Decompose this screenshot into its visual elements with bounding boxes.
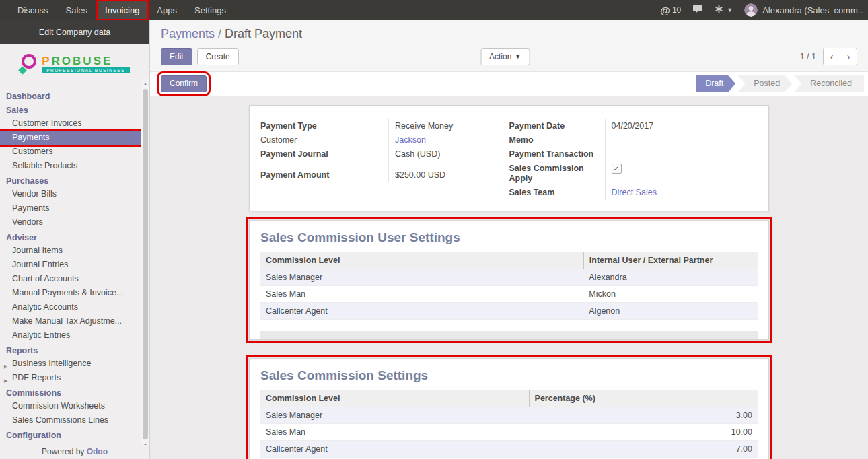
main-panel: Payments/Draft Payment Edit Create Actio…: [150, 20, 868, 459]
breadcrumb: Payments/Draft Payment: [161, 27, 857, 41]
sidebar-item-journal-items[interactable]: Journal Items: [0, 244, 141, 258]
column-header-percentage[interactable]: Percentage (%): [529, 390, 758, 407]
sidebar-item-manual-payments-invoice[interactable]: Manual Payments & Invoice...: [0, 286, 141, 300]
payment-transaction-value: [605, 147, 758, 162]
commission-settings-table: Commission Level Percentage (%) Sales Ma…: [260, 390, 758, 458]
table-row[interactable]: Sales Man 10.00: [260, 424, 758, 441]
sidebar-item-analytic-accounts[interactable]: Analytic Accounts: [0, 300, 141, 314]
sidebar-section-sales[interactable]: Sales: [0, 102, 141, 116]
sidebar: Edit Company data PROBUSE PROFESSIONAL B…: [0, 20, 150, 459]
sidebar-section-purchases[interactable]: Purchases: [0, 173, 141, 187]
sidebar-item-payments[interactable]: Payments: [0, 131, 141, 145]
pager-next-button[interactable]: ›: [840, 48, 857, 65]
commission-level-cell: Sales Manager: [260, 269, 583, 286]
sales-team-label: Sales Team: [509, 186, 605, 200]
payment-amount-value: $250.00 USD: [388, 162, 499, 182]
sidebar-item-make-manual-tax-adjustment[interactable]: Make Manual Tax Adjustme...: [0, 314, 141, 328]
page-title: Draft Payment: [225, 27, 302, 40]
create-button[interactable]: Create: [197, 48, 239, 65]
column-header-commission-level[interactable]: Commission Level: [260, 252, 583, 269]
sidebar-scrollbar[interactable]: ▲ ▼: [141, 79, 149, 449]
pager-value: 1 / 1: [800, 52, 816, 61]
commission-level-cell: Sales Man: [260, 286, 583, 303]
sidebar-item-customer-invoices[interactable]: Customer Invoices: [0, 116, 141, 131]
memo-value: [605, 133, 758, 147]
menu-sales[interactable]: Sales: [57, 0, 97, 20]
table-row[interactable]: Callcenter Agent 7.00: [260, 441, 758, 458]
sidebar-section-commissions[interactable]: Commissions: [0, 385, 141, 399]
sidebar-item-commission-worksheets[interactable]: Commission Worksheets: [0, 399, 141, 413]
payment-date-label: Payment Date: [509, 119, 605, 133]
menu-discuss[interactable]: Discuss: [9, 0, 57, 20]
commission-level-cell: Callcenter Agent: [260, 441, 529, 458]
payment-amount-label: Payment Amount: [260, 162, 388, 182]
table-row[interactable]: Sales Manager 3.00: [260, 407, 758, 424]
sidebar-item-sales-commissions-lines[interactable]: Sales Commissions Lines: [0, 413, 141, 427]
table-row[interactable]: Sales Man Mickon: [260, 286, 758, 303]
menu-settings[interactable]: Settings: [186, 0, 235, 20]
table-row[interactable]: Callcenter Agent Algenon: [260, 303, 758, 320]
odoo-link[interactable]: Odoo: [87, 447, 108, 456]
messages-button[interactable]: [692, 5, 703, 16]
sidebar-item-payments-purchases[interactable]: Payments: [0, 201, 141, 215]
sidebar-item-label: Business Intelligence: [12, 359, 91, 368]
sales-team-link[interactable]: Direct Sales: [612, 188, 657, 197]
payment-journal-value: Cash (USD): [388, 147, 499, 162]
sales-commission-apply-checkbox[interactable]: ✓: [612, 164, 622, 174]
sidebar-item-analytic-entries[interactable]: Analytic Entries: [0, 328, 141, 343]
sidebar-item-vendors[interactable]: Vendors: [0, 215, 141, 229]
logo-title: PROBUSE: [42, 55, 112, 67]
sidebar-section-configuration[interactable]: Configuration: [0, 427, 141, 442]
systray-star-button[interactable]: ▼: [715, 5, 733, 15]
sidebar-item-vendor-bills[interactable]: Vendor Bills: [0, 187, 141, 201]
column-header-commission-level[interactable]: Commission Level: [260, 390, 529, 407]
pager-previous-button[interactable]: ‹: [823, 48, 840, 65]
scroll-up-icon[interactable]: ▲: [143, 79, 148, 88]
sidebar-item-journal-entries[interactable]: Journal Entries: [0, 258, 141, 272]
customer-label: Customer: [260, 133, 388, 147]
scrollbar-thumb[interactable]: [143, 89, 148, 439]
status-step-posted[interactable]: Posted: [737, 75, 792, 92]
sidebar-item-business-intelligence[interactable]: ▶Business Intelligence: [0, 357, 141, 371]
sidebar-item-customers[interactable]: Customers: [0, 145, 141, 159]
form-view: Payment Type Receive Money Customer Jack…: [150, 96, 868, 459]
commission-user-settings-table: Commission Level Internal User / Externa…: [260, 252, 758, 339]
notification-count: 10: [672, 5, 681, 15]
payment-journal-label: Payment Journal: [260, 147, 388, 162]
edit-company-data-button[interactable]: Edit Company data: [0, 20, 149, 44]
menu-invoicing[interactable]: Invoicing: [96, 0, 148, 20]
confirm-button[interactable]: Confirm: [161, 75, 207, 92]
sidebar-item-chart-of-accounts[interactable]: Chart of Accounts: [0, 272, 141, 286]
edit-button[interactable]: Edit: [161, 48, 192, 65]
menu-apps[interactable]: Apps: [148, 0, 186, 20]
sidebar-item-pdf-reports[interactable]: ▶PDF Reports: [0, 371, 141, 385]
sidebar-section-reports[interactable]: Reports: [0, 343, 141, 357]
status-step-reconciled[interactable]: Reconciled: [794, 75, 864, 92]
customer-link[interactable]: Jackson: [395, 135, 426, 145]
annotation-box-commission-settings: Sales Commission Settings Commission Lev…: [246, 355, 772, 459]
notifications-button[interactable]: @ 10: [660, 5, 681, 16]
sidebar-item-sellable-products[interactable]: Sellable Products: [0, 159, 141, 173]
powered-by: Powered by Odoo: [0, 445, 149, 459]
sidebar-section-dashboard[interactable]: Dashboard: [0, 88, 141, 102]
payment-date-value: 04/20/2017: [605, 119, 758, 133]
breadcrumb-payments-link[interactable]: Payments: [161, 27, 215, 40]
chat-bubble-icon: [692, 5, 703, 16]
commission-level-cell: Callcenter Agent: [260, 303, 583, 320]
status-step-draft[interactable]: Draft: [696, 75, 735, 92]
avatar: [744, 3, 758, 17]
breadcrumb-separator: /: [215, 27, 225, 40]
expand-arrow-icon[interactable]: ▶: [4, 361, 7, 372]
sidebar-section-adviser[interactable]: Adviser: [0, 229, 141, 244]
user-name: Alexandra (Sales_comm..: [762, 5, 863, 15]
user-menu[interactable]: Alexandra (Sales_comm..: [744, 3, 863, 17]
table-row[interactable]: Sales Manager Alexandra: [260, 269, 758, 286]
action-dropdown-button[interactable]: Action ▼: [480, 48, 530, 65]
percentage-cell: 3.00: [529, 407, 758, 424]
systray: @ 10 ▼ Alexandra (Sales_comm..: [660, 0, 868, 20]
column-header-internal-user[interactable]: Internal User / External Partner: [583, 252, 758, 269]
annotation-box-user-settings: Sales Commission User Settings Commissio…: [246, 217, 772, 343]
expand-arrow-icon[interactable]: ▶: [4, 376, 7, 386]
percentage-cell: 10.00: [529, 424, 758, 441]
payment-transaction-label: Payment Transaction: [509, 147, 605, 162]
